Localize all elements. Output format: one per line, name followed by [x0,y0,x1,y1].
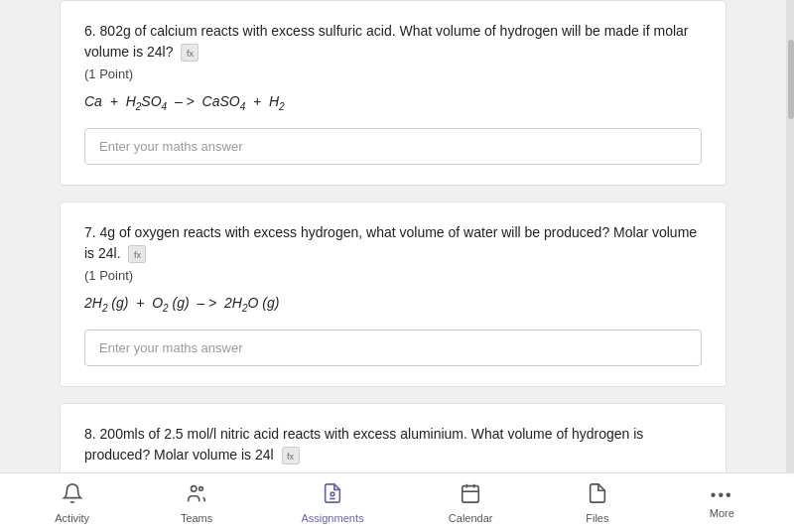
activity-icon [62,482,83,509]
answer-input-7[interactable] [84,330,702,366]
nav-activity[interactable]: Activity [43,476,102,530]
nav-calendar[interactable]: Calendar [439,476,503,530]
question-7-title: 7. 4g of oxygen reacts with excess hydro… [84,222,702,264]
nav-more[interactable]: ••• More [692,480,751,525]
assignments-icon [322,482,343,509]
question-6: 6. 802g of calcium reacts with excess su… [60,0,727,186]
nav-teams[interactable]: Teams [167,476,226,530]
calendar-label: Calendar [449,512,493,524]
question-6-title: 6. 802g of calcium reacts with excess su… [84,21,702,63]
nav-assignments[interactable]: Assignments [291,476,373,530]
question-7: 7. 4g of oxygen reacts with excess hydro… [60,201,727,387]
svg-rect-3 [463,485,479,502]
question-8-title: 8. 200mls of 2.5 mol/l nitric acid react… [84,424,702,466]
files-icon [587,482,608,509]
math-icon-7: fx [128,245,146,263]
svg-point-1 [199,486,203,490]
equation-7: 2H2 (g) + O2 (g) – > 2H2O (g) [84,295,702,314]
scrollbar-track[interactable] [786,0,794,472]
math-icon-8: fx [282,447,300,465]
activity-label: Activity [55,512,89,524]
svg-point-2 [331,492,334,496]
teams-icon [186,482,207,509]
more-icon: ••• [711,486,733,504]
answer-input-6[interactable] [84,128,702,165]
files-label: Files [586,512,608,524]
question-8: 8. 200mls of 2.5 mol/l nitric acid react… [60,403,727,472]
bottom-nav: Activity Teams Assignments [0,472,794,532]
math-icon-6: fx [181,44,198,62]
nav-files[interactable]: Files [568,476,627,530]
equation-6: Ca + H2SO4 – > CaSO4 + H2 [84,93,702,112]
assignments-label: Assignments [301,512,363,524]
question-7-points: (1 Point) [84,268,702,283]
scrollbar-thumb[interactable] [788,40,794,119]
question-6-points: (1 Point) [84,66,702,81]
more-label: More [710,507,734,519]
teams-label: Teams [181,512,212,524]
svg-point-0 [192,485,198,491]
calendar-icon [460,482,481,509]
